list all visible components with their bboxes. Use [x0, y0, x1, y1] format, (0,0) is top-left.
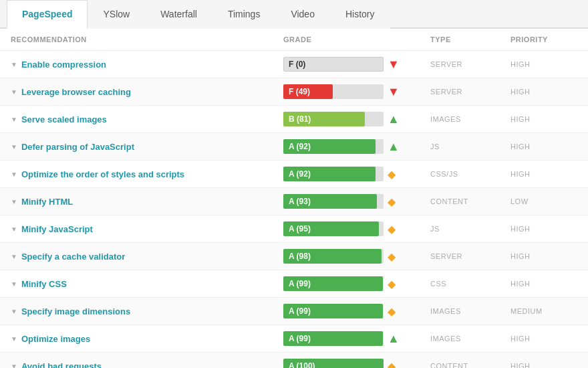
recommendation-link[interactable]: Specify image dimensions: [21, 306, 130, 316]
diamond-icon: ◆: [388, 305, 396, 318]
tab-history[interactable]: History: [330, 0, 390, 29]
recommendation-link[interactable]: Optimize the order of styles and scripts: [21, 169, 184, 179]
chevron-icon[interactable]: ▼: [11, 171, 17, 178]
chevron-icon[interactable]: ▼: [11, 280, 17, 288]
recommendation-link[interactable]: Serve scaled images: [21, 114, 107, 124]
grade-label: A (93): [283, 194, 384, 209]
recommendation-link[interactable]: Optimize images: [21, 334, 90, 344]
recommendation-cell: ▼Minify CSS: [11, 279, 283, 289]
table-row: ▼Defer parsing of JavaScriptA (92)▲JSHIG…: [0, 133, 588, 161]
priority-cell: HIGH: [510, 362, 577, 368]
recommendation-link[interactable]: Minify HTML: [21, 197, 73, 207]
chevron-icon[interactable]: ▼: [11, 143, 17, 151]
grade-label: A (100): [283, 359, 384, 368]
grade-bar: B (81): [283, 112, 384, 126]
grade-bar: A (99): [283, 331, 384, 346]
diamond-icon: ◆: [388, 168, 396, 181]
priority-cell: HIGH: [510, 170, 577, 178]
grade-label: A (99): [283, 304, 384, 318]
priority-cell: HIGH: [510, 60, 577, 68]
recommendation-cell: ▼Optimize images: [11, 334, 283, 344]
chevron-icon[interactable]: ▼: [11, 198, 17, 205]
grade-cell: B (81)▲: [283, 112, 430, 126]
recommendation-link[interactable]: Minify JavaScript: [21, 224, 93, 234]
arrow-down-icon: ▼: [388, 58, 400, 72]
grade-label: A (92): [283, 167, 384, 181]
recommendation-link[interactable]: Leverage browser caching: [21, 87, 131, 97]
grade-bar: F (0): [283, 57, 384, 72]
grade-label: F (0): [283, 57, 384, 72]
type-cell: JS: [430, 225, 510, 233]
chevron-icon[interactable]: ▼: [11, 61, 17, 68]
recommendation-cell: ▼Specify a cache validator: [11, 252, 283, 262]
recommendation-cell: ▼Specify image dimensions: [11, 306, 283, 316]
priority-cell: HIGH: [510, 335, 577, 343]
tab-waterfall[interactable]: Waterfall: [145, 0, 212, 29]
grade-label: A (98): [283, 249, 384, 264]
diamond-icon: ◆: [388, 195, 396, 208]
chevron-icon[interactable]: ▼: [11, 335, 17, 343]
diamond-icon: ◆: [388, 250, 396, 263]
type-cell: SERVER: [430, 60, 510, 68]
table-row: ▼Serve scaled imagesB (81)▲IMAGESHIGH: [0, 106, 588, 133]
col-recommendation: RECOMMENDATION: [11, 35, 283, 43]
tab-timings[interactable]: Timings: [212, 0, 276, 29]
grade-bar: A (98): [283, 249, 384, 264]
chevron-icon[interactable]: ▼: [11, 116, 17, 123]
priority-cell: HIGH: [510, 143, 577, 151]
recommendation-link[interactable]: Avoid bad requests: [21, 361, 102, 369]
priority-cell: HIGH: [510, 225, 577, 233]
recommendation-cell: ▼Defer parsing of JavaScript: [11, 142, 283, 152]
col-priority: PRIORITY: [510, 35, 577, 43]
grade-cell: A (99)▲: [283, 331, 430, 346]
recommendation-link[interactable]: Defer parsing of JavaScript: [21, 142, 134, 152]
table-row: ▼Optimize imagesA (99)▲IMAGESHIGH: [0, 325, 588, 353]
table-row: ▼Specify image dimensionsA (99)◆IMAGESME…: [0, 298, 588, 325]
recommendation-cell: ▼Enable compression: [11, 60, 283, 70]
tab-pagespeed[interactable]: PageSpeed: [7, 0, 88, 29]
chevron-icon[interactable]: ▼: [11, 225, 17, 233]
table-row: ▼Minify CSSA (99)◆CSSHIGH: [0, 270, 588, 298]
chevron-icon[interactable]: ▼: [11, 308, 17, 315]
arrow-up-icon: ▲: [388, 112, 400, 126]
table-header: RECOMMENDATION GRADE TYPE PRIORITY: [0, 29, 588, 51]
table-row: ▼Optimize the order of styles and script…: [0, 161, 588, 188]
tab-bar: PageSpeedYSlowWaterfallTimingsVideoHisto…: [0, 0, 588, 29]
priority-cell: HIGH: [510, 88, 577, 96]
arrow-up-icon: ▲: [388, 332, 400, 346]
diamond-icon: ◆: [388, 223, 396, 236]
grade-bar: A (95): [283, 221, 384, 236]
chevron-icon[interactable]: ▼: [11, 363, 17, 369]
grade-bar: A (93): [283, 194, 384, 209]
chevron-icon[interactable]: ▼: [11, 253, 17, 260]
grade-label: A (99): [283, 331, 384, 346]
col-grade: GRADE: [283, 35, 430, 43]
grade-bar: A (92): [283, 139, 384, 154]
chevron-icon[interactable]: ▼: [11, 88, 17, 96]
grade-cell: A (98)◆: [283, 249, 430, 264]
type-cell: IMAGES: [430, 335, 510, 343]
grade-label: F (49): [283, 84, 384, 99]
grade-cell: A (92)◆: [283, 167, 430, 181]
grade-label: A (95): [283, 221, 384, 236]
grade-bar: A (99): [283, 276, 384, 291]
grade-cell: A (93)◆: [283, 194, 430, 209]
recommendation-link[interactable]: Minify CSS: [21, 279, 67, 289]
grade-bar: F (49): [283, 84, 384, 99]
table-row: ▼Avoid bad requestsA (100)◆CONTENTHIGH: [0, 353, 588, 368]
recommendation-link[interactable]: Enable compression: [21, 60, 106, 70]
col-type: TYPE: [430, 35, 510, 43]
type-cell: CONTENT: [430, 362, 510, 368]
type-cell: JS: [430, 143, 510, 151]
grade-label: B (81): [283, 112, 384, 126]
tab-yslow[interactable]: YSlow: [88, 0, 145, 29]
table-row: ▼Enable compressionF (0)▼SERVERHIGH: [0, 51, 588, 78]
grade-bar: A (99): [283, 304, 384, 318]
diamond-icon: ◆: [388, 278, 396, 290]
diamond-icon: ◆: [388, 360, 396, 369]
recommendation-link[interactable]: Specify a cache validator: [21, 252, 125, 262]
tab-video[interactable]: Video: [275, 0, 330, 29]
grade-cell: F (49)▼: [283, 84, 430, 99]
priority-cell: MEDIUM: [510, 307, 577, 315]
priority-cell: LOW: [510, 197, 577, 205]
